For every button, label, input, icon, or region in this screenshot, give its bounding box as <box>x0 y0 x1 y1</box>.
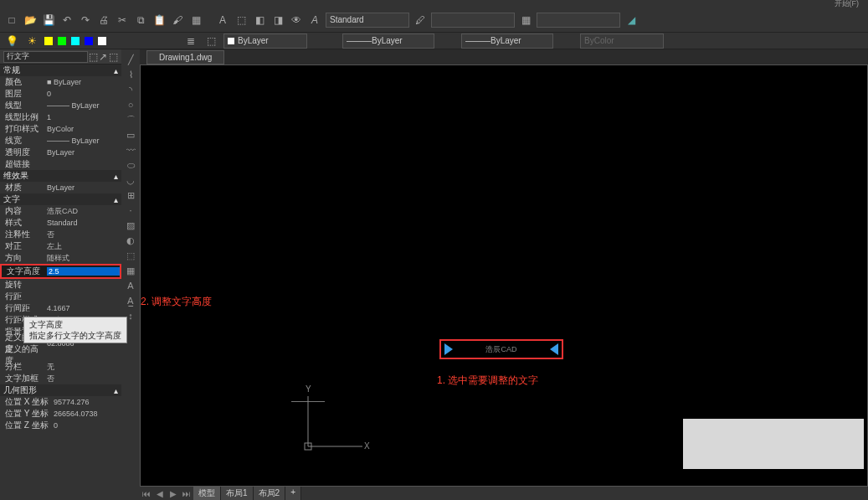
prop-posy-value[interactable]: 266564.0738 <box>52 410 121 418</box>
print-icon[interactable]: 🖨 <box>96 13 111 28</box>
swatch-3[interactable] <box>71 37 80 45</box>
prop-text-height-value[interactable]: 2.5 <box>47 267 120 276</box>
grip-right-icon[interactable] <box>550 343 558 355</box>
prop-textframe-value[interactable]: 否 <box>45 374 121 384</box>
prop-layer-value[interactable]: 0 <box>45 90 121 98</box>
rect-icon[interactable]: ▭ <box>123 128 138 142</box>
layerp-icon[interactable]: ⬚ <box>203 34 218 49</box>
prop-btn-1-icon[interactable]: ⬚ <box>88 49 98 64</box>
tool-b-icon[interactable]: ⬚ <box>234 13 249 28</box>
drawing-tab[interactable]: Drawing1.dwg <box>146 50 224 64</box>
circle-icon[interactable]: ○ <box>123 98 138 111</box>
ellipse-icon[interactable]: ⬭ <box>123 158 138 172</box>
prop-annotative-value[interactable]: 否 <box>45 229 121 240</box>
undo-icon[interactable]: ↶ <box>59 13 74 28</box>
tab-scroll-first-icon[interactable]: ⏮ <box>140 489 153 498</box>
tool-d-icon[interactable]: ◨ <box>270 13 285 28</box>
line-icon[interactable]: ╱ <box>123 53 138 66</box>
cut-icon[interactable]: ✂ <box>115 13 130 28</box>
swatch-4[interactable] <box>85 37 93 45</box>
model-tab[interactable]: 模型 <box>193 486 221 500</box>
prop-text-height-row[interactable]: 文字高度2.5 <box>0 264 121 279</box>
object-type-dropdown[interactable]: 行文字 <box>3 51 88 63</box>
textstyle-dropdown[interactable]: Standard <box>326 13 409 28</box>
prop-posx-value[interactable]: 95774.276 <box>52 398 121 406</box>
tab-scroll-last-icon[interactable]: ⏭ <box>180 489 193 498</box>
swatch-2[interactable] <box>58 37 66 45</box>
layer-color-dropdown[interactable]: ByLayer <box>223 34 307 49</box>
prop-justify-value[interactable]: 左上 <box>45 241 121 252</box>
prop-material-value[interactable]: ByLayer <box>45 183 121 192</box>
section-general[interactable]: 常规▴ <box>0 64 121 76</box>
text-tool-icon[interactable]: A <box>123 279 138 292</box>
tool-a-icon[interactable]: A <box>215 13 230 28</box>
arc2-icon[interactable]: ⌒ <box>123 113 138 126</box>
prop-btn-3-icon[interactable]: ⬚ <box>108 49 118 64</box>
draw-toolbar: ╱ ⌇ ◝ ○ ⌒ ▭ 〰 ⬭ ◡ ⊞ · ▨ ◐ ⬚ ▦ A A̲ ↕ <box>121 49 140 500</box>
linetype-dropdown[interactable]: ——— ByLayer <box>342 34 434 49</box>
prop-columns-value[interactable]: 无 <box>45 362 121 373</box>
swatch-1[interactable] <box>44 37 53 45</box>
match-icon[interactable]: 🖌 <box>170 13 185 28</box>
sun-icon[interactable]: ☀ <box>24 34 39 49</box>
tool-c-icon[interactable]: ◧ <box>252 13 267 28</box>
spline-icon[interactable]: 〰 <box>123 143 138 157</box>
prop-direction-label: 方向 <box>5 252 45 264</box>
layout1-tab[interactable]: 布局1 <box>221 486 254 500</box>
hatch-icon[interactable]: ▨ <box>123 219 138 232</box>
prop-lineweight-value[interactable]: ——— ByLayer <box>45 137 121 145</box>
layout2-tab[interactable]: 布局2 <box>254 486 286 500</box>
section-geom[interactable]: 几何图形▴ <box>0 384 121 396</box>
section-text[interactable]: 文字▴ <box>0 193 121 205</box>
hatch-small-icon[interactable]: ◢ <box>624 13 639 28</box>
save-icon[interactable]: 💾 <box>41 13 56 28</box>
prop-color-value[interactable]: ■ ByLayer <box>45 78 121 86</box>
tooltip-desc: 指定多行文字的文字高度 <box>29 330 121 341</box>
prop-btn-2-icon[interactable]: ↗ <box>98 49 108 64</box>
tool-e-icon[interactable]: 👁 <box>289 13 304 28</box>
prop-posz-label: 位置 Z 坐标 <box>5 420 52 431</box>
table-icon[interactable]: ▦ <box>123 264 138 277</box>
open-icon[interactable]: 📂 <box>23 13 38 28</box>
tab-scroll-next-icon[interactable]: ▶ <box>167 489 180 498</box>
ellipse-arc-icon[interactable]: ◡ <box>123 173 138 187</box>
section-3d[interactable]: 维效果▴ <box>0 170 121 182</box>
mtext-icon[interactable]: A̲ <box>123 294 138 307</box>
point-icon[interactable]: · <box>123 204 138 217</box>
region-icon[interactable]: ⬚ <box>123 249 138 262</box>
prop-posz-value[interactable]: 0 <box>52 421 121 430</box>
swatch-5[interactable] <box>98 37 106 45</box>
block-icon[interactable]: ▦ <box>188 13 203 28</box>
text-a-icon[interactable]: A <box>307 13 322 28</box>
block-tool-icon[interactable]: ⊞ <box>123 188 138 202</box>
selected-text-object[interactable]: 浩辰CAD <box>439 339 563 359</box>
brush-icon[interactable]: 🖊 <box>413 13 428 28</box>
prop-plotstyle-value[interactable]: ByColor <box>45 125 121 133</box>
empty-dropdown-1[interactable] <box>431 13 515 28</box>
prop-linetype-value[interactable]: ——— ByLayer <box>45 101 121 110</box>
paste-icon[interactable]: 📋 <box>152 13 167 28</box>
arc1-icon[interactable]: ◝ <box>123 83 138 96</box>
grid-icon[interactable]: ▦ <box>518 13 533 28</box>
plotstyle-dropdown[interactable]: ByColor <box>580 34 664 49</box>
gradient-icon[interactable]: ◐ <box>123 234 138 247</box>
prop-textframe-label: 文字加框 <box>5 373 45 384</box>
layout-add-tab[interactable]: + <box>285 486 301 500</box>
light-icon[interactable]: 💡 <box>4 34 19 49</box>
new-icon[interactable]: □ <box>4 13 19 28</box>
drawing-canvas[interactable]: 浩辰CAD 1. 选中需要调整的文字 Y X <box>140 64 868 487</box>
prop-transparency-value[interactable]: ByLayer <box>45 148 121 157</box>
empty-dropdown-2[interactable] <box>537 13 620 28</box>
copy-icon[interactable]: ⧉ <box>133 13 148 28</box>
prop-direction-value[interactable]: 随样式 <box>45 253 121 264</box>
lineweight-dropdown[interactable]: ——— ByLayer <box>461 34 553 49</box>
layer-icon[interactable]: ≣ <box>183 34 198 49</box>
grip-left-icon[interactable] <box>444 343 453 355</box>
polyline-icon[interactable]: ⌇ <box>123 68 138 81</box>
prop-ltscale-value[interactable]: 1 <box>45 113 121 121</box>
redo-icon[interactable]: ↷ <box>78 13 93 28</box>
tab-scroll-prev-icon[interactable]: ◀ <box>153 489 167 498</box>
prop-content-value[interactable]: 浩辰CAD <box>45 206 121 217</box>
prop-style-value[interactable]: Standard <box>45 219 121 227</box>
prop-linespacing-value[interactable]: 4.1667 <box>45 304 121 312</box>
